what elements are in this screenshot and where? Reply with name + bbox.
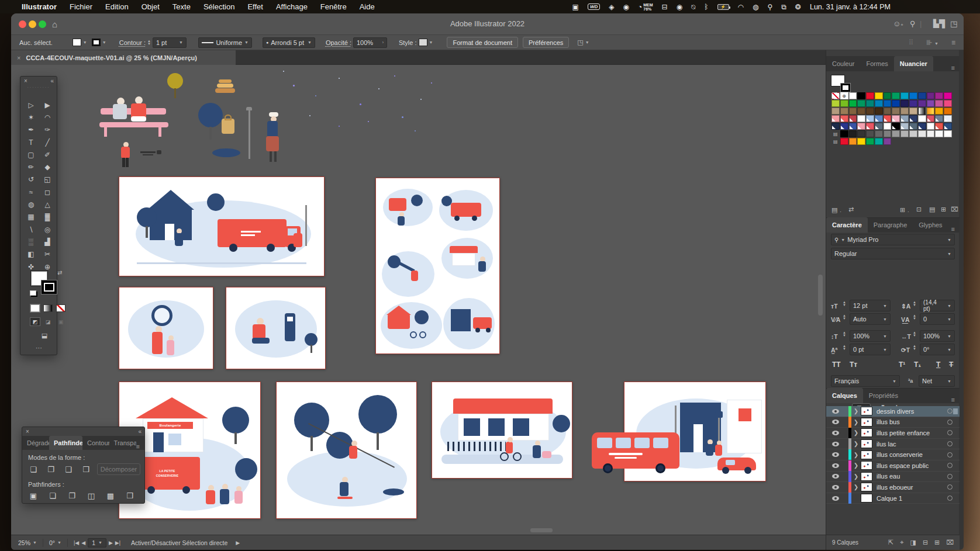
style-dropdown-icon[interactable]: ▼ bbox=[429, 40, 433, 44]
horizontal-scale-field[interactable]: 100%▼ bbox=[920, 330, 955, 342]
layer-row-illus-eboueur[interactable]: ❯illus eboueur bbox=[826, 482, 960, 493]
rotation-dropdown-icon[interactable]: ▼ bbox=[57, 540, 61, 545]
swatch-r6-c3[interactable] bbox=[849, 130, 857, 137]
brush-definition-field[interactable]: ●Arrondi 5 pt▼ bbox=[263, 37, 315, 48]
layer-thumbnail[interactable] bbox=[861, 418, 872, 427]
swatch-r2-c4[interactable] bbox=[857, 100, 865, 107]
shape-mode-intersect[interactable]: ❑ bbox=[62, 463, 75, 475]
swatch-r1-c8[interactable] bbox=[892, 92, 900, 99]
layer-row-illus-conserverie[interactable]: ❯illus conserverie bbox=[826, 449, 960, 460]
swatch-r5-c13[interactable] bbox=[935, 123, 943, 130]
swatch-r2-c9[interactable] bbox=[900, 100, 909, 107]
layer-name[interactable]: Calque 1 bbox=[877, 495, 902, 502]
swatch-r6-c9[interactable] bbox=[900, 130, 909, 137]
none-button[interactable] bbox=[56, 304, 65, 312]
battery-icon[interactable]: ⚡ bbox=[717, 4, 729, 10]
swatch-r5-c7[interactable] bbox=[884, 123, 892, 130]
layer-row-dessin-divers[interactable]: ❯dessin divers bbox=[826, 406, 960, 417]
swatch-r4-c12[interactable] bbox=[927, 115, 935, 122]
swatch-r1-c12[interactable] bbox=[927, 92, 935, 99]
swatch-r2-c10[interactable] bbox=[909, 100, 917, 107]
pathfinder-divide[interactable]: ▣ bbox=[27, 490, 40, 501]
new-swatch-icon[interactable]: ⊞ bbox=[941, 206, 946, 213]
swatch-r6-c8[interactable] bbox=[892, 130, 900, 137]
swatch-r1-c9[interactable] bbox=[900, 92, 909, 99]
layer-target-circle[interactable] bbox=[947, 495, 953, 501]
layer-thumbnail[interactable] bbox=[861, 439, 872, 448]
vertical-scale-stepper[interactable]: ▲▼ bbox=[843, 331, 846, 337]
swatch-kinds-icon[interactable]: ⊞﹒ bbox=[900, 206, 912, 214]
menu-objet[interactable]: Objet bbox=[135, 2, 166, 11]
share-account-icon[interactable]: ☺+ bbox=[893, 19, 903, 28]
layer-name[interactable]: dessin divers bbox=[877, 408, 914, 415]
menu-edition[interactable]: Edition bbox=[99, 2, 135, 11]
make-mask-icon[interactable]: ◨ bbox=[910, 539, 916, 546]
window-title-bar[interactable]: ⌂ Adobe Illustrator 2022 ☺+ ⚲ | ▙▜ ◳ bbox=[11, 13, 964, 35]
pathfinder-merge[interactable]: ❐ bbox=[65, 490, 78, 501]
lasso-tool[interactable]: ◠ bbox=[39, 111, 56, 123]
swatch-r7-c2[interactable] bbox=[840, 138, 848, 145]
swatch-r1-c7[interactable] bbox=[884, 92, 892, 99]
magic-wand-tool[interactable]: ✶ bbox=[23, 111, 39, 123]
swatch-r2-c2[interactable] bbox=[840, 100, 848, 107]
status-expand-icon[interactable]: ▶ bbox=[236, 540, 240, 546]
control-center-icon[interactable]: ⧉ bbox=[781, 3, 786, 11]
char-rotation-field[interactable]: 0°▼ bbox=[920, 344, 955, 355]
shape-mode-unite[interactable]: ❏ bbox=[27, 463, 40, 475]
stroke-dropdown-icon[interactable]: ▼ bbox=[102, 40, 106, 44]
layer-target-circle[interactable] bbox=[947, 452, 953, 458]
zoom-level-value[interactable]: 25% bbox=[18, 539, 30, 546]
tab-swatches[interactable]: Nuancier bbox=[894, 56, 933, 71]
anti-aliasing-field[interactable]: Net▼ bbox=[919, 375, 955, 387]
menu-texte[interactable]: Texte bbox=[166, 2, 197, 11]
play-circle-icon[interactable]: ◉ bbox=[677, 3, 682, 11]
pathfinder-outline[interactable]: ▩ bbox=[104, 490, 117, 501]
shape-builder-tool[interactable]: ◍ bbox=[23, 198, 39, 210]
swatch-r3-c9[interactable] bbox=[900, 108, 909, 115]
stroke-swatch[interactable] bbox=[92, 39, 101, 46]
color-button[interactable] bbox=[30, 304, 40, 312]
swatch-r6-c12[interactable] bbox=[927, 130, 935, 137]
swatch-r1-c4[interactable] bbox=[857, 92, 865, 99]
menu-aide[interactable]: Aide bbox=[353, 2, 381, 11]
size-stepper[interactable]: ▲▼ bbox=[843, 301, 846, 307]
layer-visibility-icon[interactable] bbox=[832, 463, 839, 468]
collapse-toolbar-icon[interactable]: « bbox=[50, 78, 53, 84]
swatch-r6-c6[interactable] bbox=[875, 130, 883, 137]
layer-thumbnail[interactable] bbox=[861, 461, 872, 470]
swatch-r3-c8[interactable] bbox=[892, 108, 900, 115]
artboard-number-field[interactable]: 1▼ bbox=[88, 538, 106, 547]
swatch-r3-c5[interactable] bbox=[866, 108, 874, 115]
next-artboard-icon[interactable]: ▶ bbox=[109, 540, 113, 546]
layer-target-circle[interactable] bbox=[947, 408, 953, 414]
layer-name[interactable]: illus petite enfance bbox=[877, 429, 930, 436]
style-swatch[interactable] bbox=[419, 39, 427, 46]
swatch-r4-c11[interactable] bbox=[918, 115, 926, 122]
rotate-tool[interactable]: ↺ bbox=[23, 174, 39, 186]
artboard-tool[interactable]: ◧ bbox=[23, 248, 39, 261]
isolate-selection-icon[interactable]: ◳ bbox=[577, 39, 583, 46]
new-layer-icon[interactable]: ⊞ bbox=[934, 539, 940, 546]
collect-for-export-icon[interactable]: ⇱ bbox=[888, 539, 893, 546]
swatch-r5-c5[interactable] bbox=[866, 123, 874, 130]
wifi-icon[interactable]: ◠ bbox=[738, 3, 744, 11]
perspective-grid-tool[interactable]: △ bbox=[39, 198, 56, 210]
kerning-field[interactable]: Auto▼ bbox=[850, 313, 891, 325]
free-transform-tool[interactable]: ◻ bbox=[39, 186, 56, 198]
wd-badge[interactable]: WD bbox=[588, 4, 600, 10]
swatch-r1-c3[interactable] bbox=[849, 92, 857, 99]
direct-selection-tool[interactable]: ▶ bbox=[39, 99, 56, 111]
column-graph-tool[interactable]: ▟ bbox=[39, 235, 56, 248]
horizontal-scale-stepper[interactable]: ▲▼ bbox=[913, 331, 916, 337]
siri-icon[interactable]: ❂ bbox=[795, 3, 801, 11]
layer-visibility-icon[interactable] bbox=[832, 409, 839, 414]
swatch-r2-c1[interactable] bbox=[831, 100, 840, 107]
layer-row-illus-bus[interactable]: ❯illus bus bbox=[826, 417, 960, 428]
layer-expand-icon[interactable]: ❯ bbox=[851, 484, 861, 490]
artboard-garbage-truck[interactable] bbox=[119, 176, 325, 276]
subscript-icon[interactable]: T₁ bbox=[914, 361, 921, 369]
layer-name[interactable]: illus espace public bbox=[877, 462, 929, 469]
swatch-r5-c4[interactable] bbox=[857, 123, 865, 130]
vertical-scale-field[interactable]: 100%▼ bbox=[850, 330, 891, 342]
layer-target-circle[interactable] bbox=[947, 441, 953, 446]
